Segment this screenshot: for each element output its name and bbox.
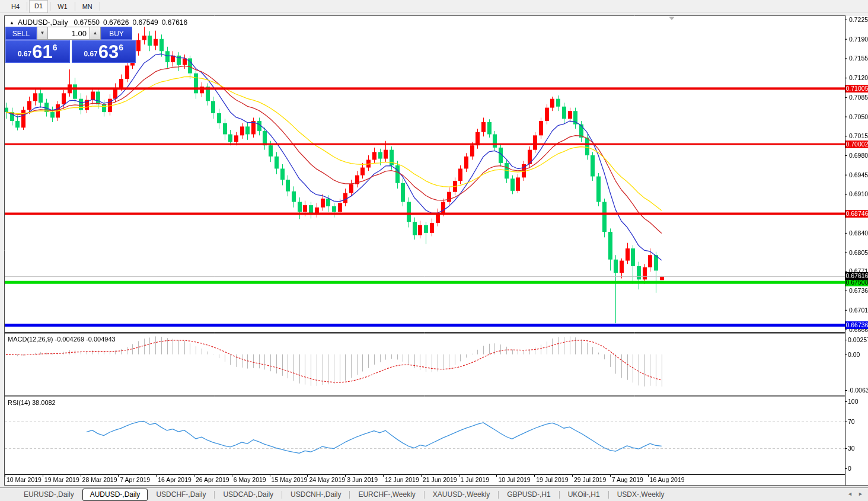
rsi-axis-tick: 70 xyxy=(848,418,855,425)
price-axis-tick: 0.69800 xyxy=(849,152,868,159)
date-axis-label: 10 Mar 2019 xyxy=(7,476,42,483)
tab-separator xyxy=(559,491,560,499)
buy-price-prefix: 0.67 xyxy=(84,50,97,58)
rsi-axis-tick: 100 xyxy=(848,398,859,405)
tab-audusd-daily[interactable]: AUDUSD-,Daily xyxy=(82,489,148,501)
macd-value-signal: -0.004943 xyxy=(86,336,116,343)
tab-xauusd-weekly[interactable]: XAUUSD-,Weekly xyxy=(426,489,497,500)
timeframe-d1-button[interactable]: D1 xyxy=(29,0,48,13)
date-axis-label: 6 May 2019 xyxy=(234,476,266,483)
one-click-trading-panel: SELL ▼ ▲ BUY 0.67 61 6 0.67 63 6 xyxy=(5,27,136,63)
date-axis-label: 3 Jun 2019 xyxy=(347,476,378,483)
sell-price-prefix: 0.67 xyxy=(18,50,31,58)
tab-gbpusd-h1[interactable]: GBPUSD-,H1 xyxy=(500,489,557,500)
date-axis-label: 24 May 2019 xyxy=(309,476,345,483)
tab-separator xyxy=(349,491,350,499)
macd-label-row: MACD(12,26,9) -0.004269 -0.004943 xyxy=(8,336,116,343)
tab-strip: EURUSD-,DailyAUDUSD-,DailyUSDCHF-,DailyU… xyxy=(17,489,672,501)
toolbar-separator xyxy=(50,2,50,11)
timeframe-mn-button[interactable]: MN xyxy=(77,1,98,12)
toolbar-separator xyxy=(100,2,100,11)
date-axis-label: 7 Apr 2019 xyxy=(120,476,150,483)
date-axis-label: 29 Jul 2019 xyxy=(574,476,606,483)
sell-price-pip: 6 xyxy=(53,43,58,52)
price-axis-tick: 0.71200 xyxy=(849,74,868,81)
date-axis-label: 26 Apr 2019 xyxy=(196,476,229,483)
volume-increase-button[interactable]: ▲ xyxy=(90,27,101,40)
timeframe-h4-button[interactable]: H4 xyxy=(6,1,25,12)
chart-title: ▲ AUDUSD-,Daily 0.67550 0.67626 0.67549 … xyxy=(9,18,191,27)
chart-shift-marker-icon[interactable] xyxy=(669,17,675,20)
macd-axis-tick: -0.006326 xyxy=(848,387,868,394)
macd-name: MACD(12,26,9) xyxy=(8,336,53,343)
date-axis-label: 15 May 2019 xyxy=(272,476,308,483)
price-axis-tick: 0.70150 xyxy=(849,132,868,139)
date-axis-label: 7 Aug 2019 xyxy=(612,476,643,483)
rsi-axis-tick: 30 xyxy=(848,445,855,452)
price-axis-tick: 0.67010 xyxy=(849,307,868,314)
price-axis-tick: 0.72250 xyxy=(849,16,868,23)
ohlc-low: 0.67549 xyxy=(132,18,158,27)
sell-button[interactable]: SELL xyxy=(5,27,37,40)
current-price-tag: 0.67616 xyxy=(845,272,868,280)
ohlc-high: 0.67626 xyxy=(103,18,129,27)
buy-price-big: 63 xyxy=(98,44,119,60)
buy-price-pip: 6 xyxy=(119,43,123,52)
volume-input[interactable] xyxy=(48,27,90,40)
macd-axis-tick: 0.002574 xyxy=(848,336,868,343)
tab-separator xyxy=(282,491,282,499)
toolbar-separator xyxy=(27,2,27,11)
price-axis-tick: 0.68400 xyxy=(849,229,868,237)
price-chart-canvas[interactable] xyxy=(0,0,868,501)
tab-separator xyxy=(498,491,499,499)
tab-eurchf-weekly[interactable]: EURCHF-,Weekly xyxy=(351,489,422,500)
sell-price-box[interactable]: 0.67 61 6 xyxy=(5,40,70,63)
chart-symbol-label: AUDUSD-,Daily xyxy=(18,18,68,27)
date-axis-label: 10 Jul 2019 xyxy=(498,476,530,483)
tabs-scroll-right-icon[interactable]: ► xyxy=(858,491,863,497)
buy-button[interactable]: BUY xyxy=(101,27,132,40)
sell-price-big: 61 xyxy=(32,44,52,60)
tabs-scroll-left-icon[interactable]: ◄ xyxy=(847,491,853,497)
collapse-panel-icon[interactable]: ▲ xyxy=(9,20,14,25)
price-axis-tick: 0.68050 xyxy=(849,249,868,256)
tab-separator xyxy=(424,491,425,499)
rsi-axis-tick: 0 xyxy=(848,465,851,472)
price-axis-tick: 0.67360 xyxy=(849,287,868,294)
trading-terminal: { "toolbar": {"buttons": ["H4", "D1", "W… xyxy=(0,0,868,501)
tab-usdx-weekly[interactable]: USDX-,Weekly xyxy=(610,489,672,500)
tab-eurusd-daily[interactable]: EURUSD-,Daily xyxy=(17,489,81,500)
tab-usdchf-daily[interactable]: USDCHF-,Daily xyxy=(149,489,213,500)
tab-ukoil-h1[interactable]: UKOil-,H1 xyxy=(561,489,607,500)
rsi-label-row: RSI(14) 38.0082 xyxy=(8,399,56,406)
date-axis-label: 19 Mar 2019 xyxy=(44,476,79,483)
date-axis-label: 1 Jul 2019 xyxy=(461,476,489,483)
level-price-tag: 0.70002 xyxy=(845,141,868,148)
date-axis-label: 21 Jun 2019 xyxy=(423,476,457,483)
price-axis-tick: 0.71550 xyxy=(849,55,868,62)
rsi-name: RSI(14) xyxy=(8,399,30,406)
buy-price-box[interactable]: 0.67 63 6 xyxy=(72,40,136,63)
timeframe-w1-button[interactable]: W1 xyxy=(52,1,73,12)
date-axis-label: 28 Mar 2019 xyxy=(82,476,117,483)
price-axis-tick: 0.69100 xyxy=(849,190,868,197)
price-axis-tick: 0.70850 xyxy=(849,94,868,101)
tab-usdcnh-daily[interactable]: USDCNH-,Daily xyxy=(283,489,348,500)
price-axis-tick: 0.69450 xyxy=(849,171,868,178)
toolbar-separator xyxy=(75,2,75,11)
volume-decrease-button[interactable]: ▼ xyxy=(37,27,48,40)
date-axis-label: 19 Jul 2019 xyxy=(536,476,568,483)
tab-separator xyxy=(608,491,609,499)
date-axis-label: 16 Aug 2019 xyxy=(650,476,685,483)
date-axis-label: 12 Jun 2019 xyxy=(385,476,419,483)
level-price-tag: 0.68746 xyxy=(845,210,868,218)
macd-axis-tick: 0.00 xyxy=(848,351,860,358)
macd-value-main: -0.004269 xyxy=(55,336,84,343)
date-axis-label: 16 Apr 2019 xyxy=(158,476,192,483)
tab-usdcad-daily[interactable]: USDCAD-,Daily xyxy=(216,489,280,500)
symbol-tabbar: EURUSD-,DailyAUDUSD-,DailyUSDCHF-,DailyU… xyxy=(0,487,868,501)
price-axis-tick: 0.71900 xyxy=(849,36,868,43)
ohlc-open: 0.67550 xyxy=(74,18,100,27)
ohlc-close: 0.67616 xyxy=(162,18,187,27)
timeframe-toolbar: H4 D1 W1 MN xyxy=(0,0,868,13)
